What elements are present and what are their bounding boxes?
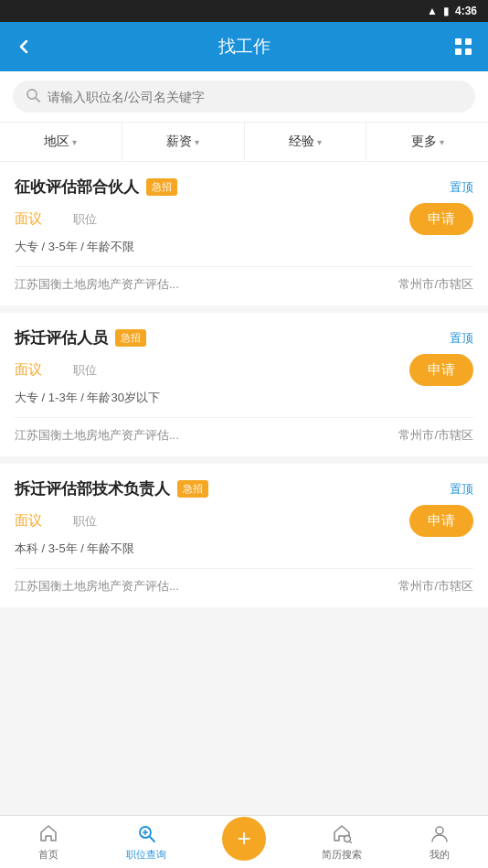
- add-button[interactable]: +: [222, 817, 266, 861]
- job-requirements: 大专 / 1-3年 / 年龄30岁以下: [15, 390, 473, 406]
- job-title-row: 拆迁评估人员 急招: [15, 327, 146, 348]
- job-header: 征收评估部合伙人 急招 置顶: [15, 177, 473, 198]
- nav-item-resume-search[interactable]: 简历搜索: [292, 816, 390, 868]
- pin-label[interactable]: 置顶: [450, 179, 473, 196]
- home-icon: [38, 823, 58, 846]
- job-type: 职位: [73, 363, 97, 377]
- plus-icon: +: [237, 826, 250, 850]
- page-title: 找工作: [218, 35, 271, 59]
- back-button[interactable]: [15, 38, 48, 56]
- svg-point-12: [436, 827, 443, 834]
- company-name: 江苏国衡土地房地产资产评估...: [15, 427, 179, 444]
- svg-rect-2: [455, 48, 461, 55]
- job-salary-type: 面议 职位: [15, 210, 97, 228]
- wifi-icon: ▲: [427, 5, 438, 17]
- chevron-down-icon: ▾: [317, 137, 322, 147]
- job-header: 拆迁评估部技术负责人 急招 置顶: [15, 478, 473, 499]
- filter-more[interactable]: 更多 ▾: [366, 123, 488, 161]
- nav-mine-label: 我的: [430, 848, 450, 862]
- search-input[interactable]: [48, 90, 462, 104]
- job-footer: 江苏国衡土地房地产资产评估... 常州市/市辖区: [15, 417, 473, 444]
- job-title: 征收评估部合伙人: [15, 177, 139, 198]
- search-bar: [0, 71, 488, 122]
- nav-resume-search-label: 简历搜索: [322, 848, 362, 862]
- job-meta-row: 面议 职位 申请: [15, 354, 473, 386]
- svg-line-5: [36, 98, 39, 102]
- filter-experience[interactable]: 经验 ▾: [245, 123, 367, 161]
- svg-line-7: [150, 837, 154, 841]
- filter-bar: 地区 ▾ 薪资 ▾ 经验 ▾ 更多 ▾: [0, 122, 488, 162]
- job-title: 拆迁评估人员: [15, 327, 108, 348]
- job-salary: 面议: [15, 512, 42, 528]
- job-requirements: 本科 / 3-5年 / 年龄不限: [15, 541, 473, 557]
- nav-item-job-search[interactable]: 职位查询: [98, 816, 196, 868]
- svg-rect-3: [465, 48, 472, 55]
- svg-rect-0: [455, 38, 461, 45]
- urgent-badge: 急招: [115, 329, 146, 347]
- search-input-wrapper[interactable]: [13, 80, 475, 113]
- job-title: 拆迁评估部技术负责人: [15, 478, 170, 499]
- job-card: 征收评估部合伙人 急招 置顶 面议 职位 申请 大专 / 3-5年 / 年龄不限…: [0, 162, 488, 305]
- job-type: 职位: [73, 514, 97, 528]
- job-meta-row: 面议 职位 申请: [15, 505, 473, 537]
- pin-label[interactable]: 置顶: [450, 330, 473, 347]
- job-type: 职位: [73, 212, 97, 226]
- nav-item-mine[interactable]: 我的: [390, 816, 488, 868]
- bottom-nav: 首页 职位查询 + 简历搜索: [0, 815, 488, 868]
- nav-item-home[interactable]: 首页: [0, 816, 98, 868]
- apply-button[interactable]: 申请: [409, 354, 473, 386]
- filter-experience-label: 经验: [289, 134, 314, 150]
- status-bar: ▲ ▮ 4:36: [0, 0, 488, 22]
- company-name: 江苏国衡土地房地产资产评估...: [15, 276, 179, 293]
- job-salary: 面议: [15, 210, 42, 226]
- company-name: 江苏国衡土地房地产资产评估...: [15, 578, 179, 595]
- grid-button[interactable]: [440, 37, 473, 57]
- job-card: 拆迁评估人员 急招 置顶 面议 职位 申请 大专 / 1-3年 / 年龄30岁以…: [0, 305, 488, 456]
- apply-button[interactable]: 申请: [409, 505, 473, 537]
- job-header: 拆迁评估人员 急招 置顶: [15, 327, 473, 348]
- nav-job-search-label: 职位查询: [126, 848, 166, 862]
- job-requirements: 大专 / 3-5年 / 年龄不限: [15, 239, 473, 255]
- svg-line-11: [349, 841, 351, 842]
- nav-item-add[interactable]: +: [196, 816, 293, 868]
- filter-salary[interactable]: 薪资 ▾: [122, 123, 245, 161]
- resume-search-icon: [332, 823, 352, 846]
- job-meta-row: 面议 职位 申请: [15, 203, 473, 235]
- job-footer: 江苏国衡土地房地产资产评估... 常州市/市辖区: [15, 568, 473, 595]
- urgent-badge: 急招: [146, 178, 177, 196]
- job-footer: 江苏国衡土地房地产资产评估... 常州市/市辖区: [15, 266, 473, 293]
- search-icon: [26, 88, 40, 105]
- job-card: 拆迁评估部技术负责人 急招 置顶 面议 职位 申请 本科 / 3-5年 / 年龄…: [0, 456, 488, 607]
- job-location: 常州市/市辖区: [398, 427, 473, 444]
- job-location: 常州市/市辖区: [398, 276, 473, 293]
- chevron-down-icon: ▾: [195, 137, 199, 147]
- filter-region[interactable]: 地区 ▾: [0, 123, 122, 161]
- apply-button[interactable]: 申请: [409, 203, 473, 235]
- filter-more-label: 更多: [411, 134, 437, 150]
- header: 找工作: [0, 22, 488, 71]
- chevron-down-icon: ▾: [72, 137, 77, 147]
- filter-salary-label: 薪资: [166, 134, 192, 150]
- job-search-icon: [136, 823, 156, 846]
- job-title-row: 拆迁评估部技术负责人 急招: [15, 478, 208, 499]
- job-salary-type: 面议 职位: [15, 361, 97, 379]
- svg-rect-1: [465, 38, 472, 45]
- urgent-badge: 急招: [177, 480, 208, 498]
- job-salary-type: 面议 职位: [15, 512, 97, 530]
- mine-icon: [430, 823, 450, 846]
- job-title-row: 征收评估部合伙人 急招: [15, 177, 177, 198]
- chevron-down-icon: ▾: [440, 137, 444, 147]
- status-time: 4:36: [455, 5, 477, 17]
- job-salary: 面议: [15, 361, 42, 377]
- nav-home-label: 首页: [38, 848, 58, 862]
- battery-icon: ▮: [443, 5, 450, 17]
- job-location: 常州市/市辖区: [398, 578, 473, 595]
- pin-label[interactable]: 置顶: [450, 481, 473, 498]
- filter-region-label: 地区: [44, 134, 69, 150]
